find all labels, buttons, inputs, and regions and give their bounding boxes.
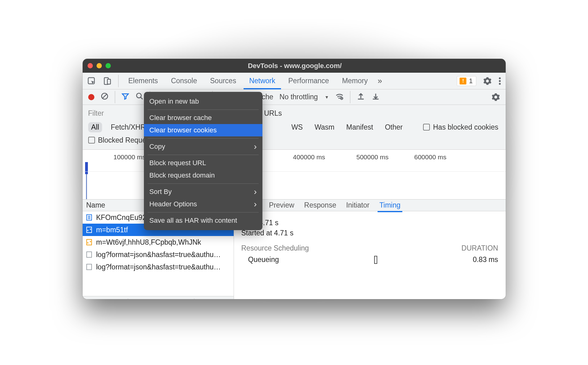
issues-count: 1 <box>469 77 473 85</box>
menu-copy[interactable]: Copy <box>144 140 262 153</box>
status-transferred: 929 kB transferred <box>128 298 194 299</box>
resource-scheduling-label: Resource Scheduling <box>241 244 309 252</box>
svg-point-4 <box>499 80 501 82</box>
menu-header-options[interactable]: Header Options <box>144 198 262 210</box>
filter-fetchxhr[interactable]: Fetch/XHR <box>108 122 149 132</box>
filter-ws[interactable]: WS <box>288 122 306 132</box>
filter-all[interactable]: All <box>88 122 102 132</box>
filter-icon[interactable] <box>121 92 129 102</box>
export-har-icon[interactable] <box>371 92 380 102</box>
filter-manifest[interactable]: Manifest <box>343 122 376 132</box>
svg-line-9 <box>141 97 143 99</box>
detail-tab-timing[interactable]: Timing <box>379 201 400 209</box>
svg-line-7 <box>102 94 106 98</box>
tab-memory[interactable]: Memory <box>339 77 371 85</box>
throttling-select[interactable]: No throttling▼ <box>279 93 329 101</box>
window-controls <box>88 63 111 68</box>
menu-block-request-domain[interactable]: Block request domain <box>144 169 262 182</box>
network-settings-gear-icon[interactable] <box>491 93 500 101</box>
filter-input[interactable]: Filter <box>88 109 104 118</box>
status-bar: 49 requests 929 kB transferred 2.5 ME <box>83 296 234 299</box>
inspect-icon[interactable] <box>87 77 96 85</box>
settings-gear-icon[interactable] <box>483 77 492 85</box>
close-window-button[interactable] <box>88 63 93 68</box>
detail-tab-initiator[interactable]: Initiator <box>346 201 369 209</box>
timeline-tick: 400000 ms <box>293 153 325 161</box>
detail-tab-response[interactable]: Response <box>304 201 336 209</box>
queueing-label: Queueing <box>241 256 279 264</box>
menu-clear-browser-cookies[interactable]: Clear browser cookies <box>144 124 262 136</box>
svg-rect-13 <box>87 239 92 245</box>
file-icon <box>86 251 93 258</box>
request-name: log?format=json&hasfast=true&authu… <box>96 263 221 271</box>
more-tabs-icon[interactable]: » <box>378 76 382 86</box>
file-icon <box>86 226 93 233</box>
timeline-tick: 500000 ms <box>357 153 389 161</box>
zoom-window-button[interactable] <box>106 63 111 68</box>
chevron-down-icon: ▼ <box>325 95 329 100</box>
filter-other[interactable]: Other <box>382 122 406 132</box>
minimize-window-button[interactable] <box>97 63 102 68</box>
file-icon <box>86 214 93 221</box>
queueing-bar <box>374 256 377 264</box>
status-requests: 49 requests <box>83 298 128 299</box>
network-conditions-icon[interactable] <box>335 92 344 102</box>
timeline-tick: 600000 ms <box>414 153 447 161</box>
menu-open-in-new-tab[interactable]: Open in new tab <box>144 95 262 108</box>
context-menu: Open in new tab Clear browser cache Clea… <box>144 92 262 230</box>
request-row[interactable]: log?format=json&hasfast=true&authu… <box>83 248 234 261</box>
svg-rect-14 <box>87 252 92 257</box>
request-details: aders Preview Response Initiator Timing … <box>234 200 506 299</box>
svg-point-5 <box>499 83 501 85</box>
request-name: KFOmCnqEu92r <box>96 213 149 222</box>
duration-header: DURATION <box>461 244 498 252</box>
menu-save-as-har[interactable]: Save all as HAR with content <box>144 214 262 227</box>
devtools-window: DevTools - www.google.com/ Elements Cons… <box>83 59 506 299</box>
request-row[interactable]: log?format=json&hasfast=true&authu… <box>83 261 234 273</box>
svg-rect-15 <box>87 264 92 270</box>
request-row[interactable]: m=Wt6vjf,hhhU8,FCpbqb,WhJNk <box>83 236 234 248</box>
panel-tabbar: Elements Console Sources Network Perform… <box>83 73 506 89</box>
menu-clear-browser-cache[interactable]: Clear browser cache <box>144 112 262 124</box>
svg-rect-12 <box>87 227 92 233</box>
issues-badge[interactable]: ! 1 <box>457 76 476 86</box>
svg-point-3 <box>499 77 501 79</box>
record-button[interactable] <box>88 94 94 100</box>
request-name: log?format=json&hasfast=true&authu… <box>96 251 221 259</box>
tab-elements[interactable]: Elements <box>125 77 161 85</box>
tab-network[interactable]: Network <box>246 77 278 85</box>
more-menu-icon[interactable] <box>499 77 501 85</box>
started-at: Started at 4.71 s <box>241 229 498 237</box>
filter-wasm[interactable]: Wasm <box>311 122 337 132</box>
window-title: DevTools - www.google.com/ <box>111 62 479 70</box>
queueing-value: 0.83 ms <box>473 256 498 264</box>
menu-sort-by[interactable]: Sort By <box>144 186 262 198</box>
tab-console[interactable]: Console <box>168 77 200 85</box>
tab-performance[interactable]: Performance <box>285 77 332 85</box>
request-name: m=Wt6vjf,hhhU8,FCpbqb,WhJNk <box>96 238 201 247</box>
device-toolbar-icon[interactable] <box>103 77 111 85</box>
status-resources: 2.5 ME <box>194 298 226 299</box>
menu-block-request-url[interactable]: Block request URL <box>144 157 262 169</box>
svg-point-8 <box>136 93 141 98</box>
queued-at: ed at 4.71 s <box>241 219 498 227</box>
warning-icon: ! <box>460 78 466 84</box>
file-icon <box>86 239 93 246</box>
blocked-requests-checkbox[interactable]: Blocked Reques <box>88 136 150 144</box>
timeline-cursor <box>86 162 87 199</box>
import-har-icon[interactable] <box>357 92 365 102</box>
search-icon[interactable] <box>136 92 144 102</box>
titlebar: DevTools - www.google.com/ <box>83 59 506 73</box>
file-icon <box>86 264 93 270</box>
has-blocked-cookies-checkbox[interactable]: Has blocked cookies <box>423 123 498 131</box>
request-name: m=bm51tf <box>96 226 128 234</box>
timeline-tick: 100000 ms <box>114 153 146 161</box>
tab-sources[interactable]: Sources <box>207 77 239 85</box>
detail-tab-preview[interactable]: Preview <box>269 201 294 209</box>
svg-rect-2 <box>107 79 110 84</box>
clear-icon[interactable] <box>101 92 109 102</box>
